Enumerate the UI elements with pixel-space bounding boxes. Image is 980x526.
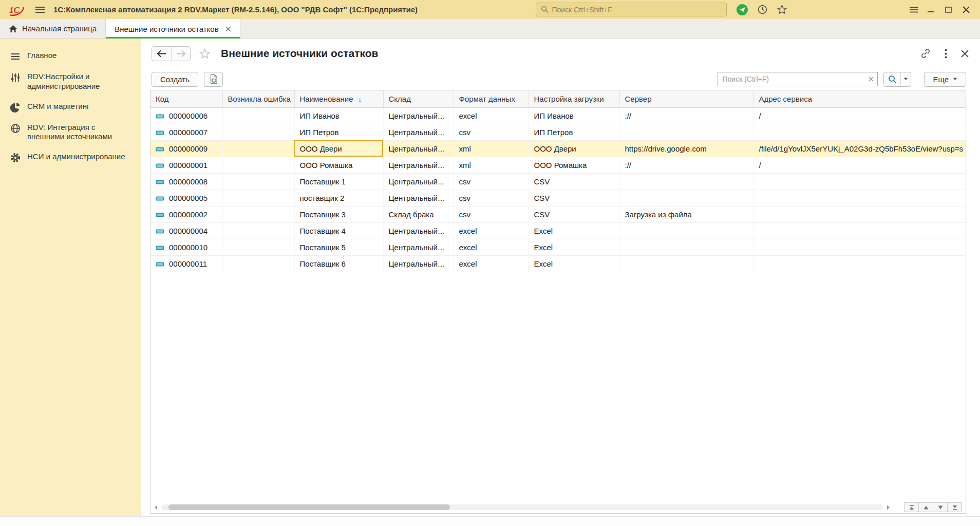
scroll-down-button[interactable] xyxy=(933,502,948,512)
cell-name[interactable]: Поставщик 4 xyxy=(294,222,383,239)
cell-error[interactable] xyxy=(222,140,294,157)
cell-code[interactable]: 000000009 xyxy=(150,140,222,157)
cell-name[interactable]: Поставщик 1 xyxy=(294,173,383,190)
cell-name[interactable]: Поставщик 6 xyxy=(294,255,383,272)
cell-code[interactable]: 000000002 xyxy=(150,206,222,222)
cell-load_setting[interactable]: CSV xyxy=(529,190,619,206)
cell-format[interactable]: xml xyxy=(454,157,529,173)
cell-format[interactable]: csv xyxy=(454,206,529,222)
cell-address[interactable] xyxy=(753,255,966,272)
cell-load_setting[interactable]: ИП Петров xyxy=(529,124,619,140)
sidebar-item-rdv-settings[interactable]: RDV:Настройки и администрирование xyxy=(0,67,141,97)
cell-server[interactable] xyxy=(619,222,753,239)
cell-server[interactable]: :// xyxy=(619,107,753,124)
cell-error[interactable] xyxy=(222,222,294,239)
copy-item-button[interactable] xyxy=(204,72,223,87)
tab-external-sources[interactable]: Внешние источники остатков xyxy=(106,19,240,39)
cell-format[interactable]: excel xyxy=(454,255,529,272)
sidebar-item-rdv-integration[interactable]: RDV: Интеграция с внешними источниками xyxy=(0,118,141,147)
cell-address[interactable]: / xyxy=(753,107,966,124)
search-clear-icon[interactable] xyxy=(864,72,877,86)
hscroll-right-button[interactable] xyxy=(887,505,890,510)
cell-server[interactable] xyxy=(619,239,753,255)
table-row[interactable]: 000000004Поставщик 4Центральный…excelExc… xyxy=(150,222,966,239)
search-dropdown-icon[interactable] xyxy=(900,72,911,86)
cell-warehouse[interactable]: Центральный… xyxy=(383,140,454,157)
cell-error[interactable] xyxy=(222,173,294,190)
cell-address[interactable] xyxy=(753,222,966,239)
cell-address[interactable] xyxy=(753,173,966,190)
history-icon[interactable] xyxy=(757,4,768,15)
close-form-button[interactable] xyxy=(961,50,969,58)
cell-format[interactable]: csv xyxy=(454,124,529,140)
list-search-input[interactable] xyxy=(718,72,864,86)
favorite-star-icon[interactable] xyxy=(199,48,211,60)
cell-server[interactable]: :// xyxy=(619,157,753,173)
cell-code[interactable]: 000000004 xyxy=(150,222,222,239)
cell-address[interactable] xyxy=(753,124,966,140)
cell-name[interactable]: Поставщик 3 xyxy=(294,206,383,222)
cell-warehouse[interactable]: Центральный… xyxy=(383,124,454,140)
cell-code[interactable]: 000000005 xyxy=(150,190,222,206)
cell-name[interactable]: ООО Двери xyxy=(294,140,383,157)
cell-warehouse[interactable]: Склад брака xyxy=(383,206,454,222)
hamburger-menu-icon[interactable] xyxy=(35,6,45,14)
scroll-up-button[interactable] xyxy=(918,502,933,512)
create-button[interactable]: Создать xyxy=(152,72,198,87)
cell-warehouse[interactable]: Центральный… xyxy=(383,107,454,124)
sidebar-item-nsi-admin[interactable]: НСИ и администрирование xyxy=(0,147,141,168)
column-header-error[interactable]: Возникла ошибка xyxy=(222,90,294,107)
cell-warehouse[interactable]: Центральный… xyxy=(383,173,454,190)
cell-name[interactable]: Поставщик 5 xyxy=(294,239,383,255)
cell-format[interactable]: csv xyxy=(454,190,529,206)
more-button[interactable]: Еще xyxy=(924,72,966,87)
cell-warehouse[interactable]: Центральный… xyxy=(383,255,454,272)
maximize-button[interactable] xyxy=(940,3,957,16)
cell-load_setting[interactable]: CSV xyxy=(529,173,619,190)
cell-error[interactable] xyxy=(222,239,294,255)
cell-format[interactable]: xml xyxy=(454,140,529,157)
cell-name[interactable]: ИП Петров xyxy=(294,124,383,140)
scroll-bottom-button[interactable] xyxy=(947,502,962,512)
cell-error[interactable] xyxy=(222,206,294,222)
column-header-name[interactable]: Наименование↓ xyxy=(294,90,383,107)
cell-load_setting[interactable]: Excel xyxy=(529,239,619,255)
kebab-menu-icon[interactable] xyxy=(945,49,947,59)
discussions-icon[interactable] xyxy=(736,4,748,16)
column-header-warehouse[interactable]: Склад xyxy=(383,90,454,107)
cell-server[interactable] xyxy=(619,255,753,272)
cell-code[interactable]: 000000008 xyxy=(150,173,222,190)
minimize-button[interactable] xyxy=(922,3,940,16)
cell-warehouse[interactable]: Центральный… xyxy=(383,157,454,173)
cell-code[interactable]: 000000006 xyxy=(150,107,222,124)
table-row[interactable]: 000000011Поставщик 6Центральный…excelExc… xyxy=(150,255,966,272)
cell-load_setting[interactable]: CSV xyxy=(529,206,619,222)
cell-format[interactable]: csv xyxy=(454,173,529,190)
hscroll-thumb[interactable] xyxy=(168,504,450,510)
horizontal-scrollbar[interactable] xyxy=(161,504,883,510)
column-header-code[interactable]: Код xyxy=(150,90,222,107)
cell-name[interactable]: ООО Ромашка xyxy=(294,157,383,173)
cell-format[interactable]: excel xyxy=(454,107,529,124)
column-header-load_setting[interactable]: Настройка загрузки xyxy=(529,90,619,107)
cell-code[interactable]: 000000001 xyxy=(150,157,222,173)
cell-warehouse[interactable]: Центральный… xyxy=(383,222,454,239)
cell-warehouse[interactable]: Центральный… xyxy=(383,239,454,255)
global-search-input[interactable]: Поиск Ctrl+Shift+F xyxy=(536,3,727,16)
search-button[interactable] xyxy=(884,72,900,86)
back-button[interactable] xyxy=(152,47,171,61)
table-row[interactable]: 000000008Поставщик 1Центральный…csvCSV xyxy=(150,173,966,190)
cell-warehouse[interactable]: Центральный… xyxy=(383,190,454,206)
column-header-address[interactable]: Адрес сервиса xyxy=(753,90,966,107)
cell-load_setting[interactable]: ООО Двери xyxy=(529,140,619,157)
cell-address[interactable] xyxy=(753,206,966,222)
cell-format[interactable]: excel xyxy=(454,222,529,239)
sidebar-item-crm[interactable]: CRM и маркетинг xyxy=(0,97,141,118)
cell-server[interactable]: https://drive.google.com xyxy=(619,140,753,157)
forward-button[interactable] xyxy=(171,47,190,61)
cell-code[interactable]: 000000011 xyxy=(150,255,222,272)
cell-code[interactable]: 000000007 xyxy=(150,124,222,140)
cell-load_setting[interactable]: Excel xyxy=(529,255,619,272)
cell-error[interactable] xyxy=(222,107,294,124)
hscroll-left-button[interactable] xyxy=(154,505,158,510)
